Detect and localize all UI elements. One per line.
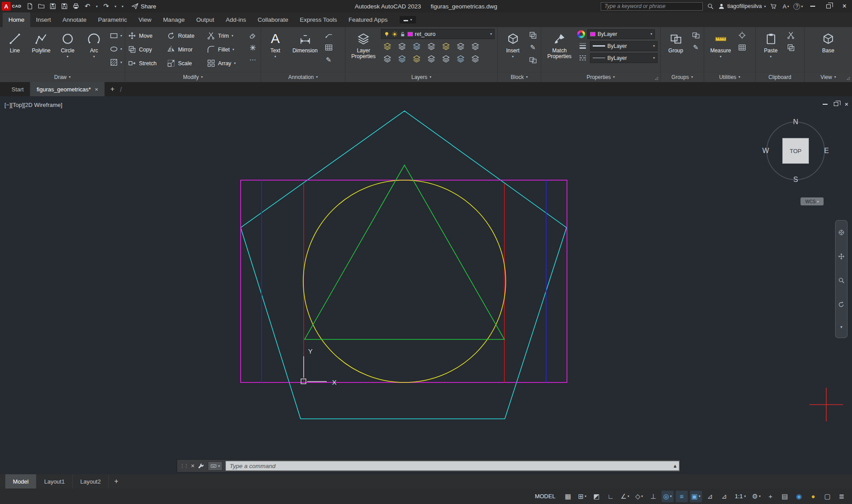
groups-panel-label[interactable]: Groups▾: [661, 72, 704, 82]
measure-button[interactable]: Measure ▾: [707, 29, 734, 71]
id-point-button[interactable]: [737, 30, 747, 40]
draw-panel-label[interactable]: Draw▾: [0, 72, 125, 82]
grid-display-icon[interactable]: ▦: [562, 491, 574, 502]
turn-all-layers-on-button[interactable]: [411, 53, 422, 64]
model-space-indicator[interactable]: MODEL: [531, 493, 560, 500]
navbar-more-icon[interactable]: ▾: [840, 325, 843, 329]
redo-dropdown-icon[interactable]: ▾: [113, 1, 118, 11]
pentagon-cyan[interactable]: [241, 111, 567, 419]
graphics-performance-icon[interactable]: ◉: [793, 491, 805, 502]
group-edit-button[interactable]: ✎: [690, 42, 701, 53]
ungroup-button[interactable]: [690, 30, 701, 40]
chevron-down-icon[interactable]: ▾: [120, 34, 122, 38]
modify-more-tools-button[interactable]: ⋯: [247, 55, 258, 65]
tab-model[interactable]: Model: [5, 474, 36, 488]
tab-overflow-icon[interactable]: /: [120, 82, 129, 96]
snap-mode-icon[interactable]: ⊞▾: [576, 491, 588, 502]
utilities-panel-label[interactable]: Utilities▾: [704, 72, 755, 82]
close-commandline-icon[interactable]: ×: [191, 462, 194, 469]
chevron-down-icon[interactable]: ▾: [120, 47, 122, 51]
clean-screen-icon[interactable]: ▢: [821, 491, 833, 502]
polyline-tool-button[interactable]: Polyline: [29, 29, 54, 71]
layer-lock-button[interactable]: [426, 41, 436, 51]
tab-featured-apps[interactable]: Featured Apps: [343, 12, 393, 27]
new-tab-button[interactable]: +: [105, 82, 120, 96]
clipboard-panel-label[interactable]: Clipboard: [756, 72, 804, 82]
layer-properties-button[interactable]: Layer Properties: [348, 29, 379, 71]
annotation-autoscale-icon[interactable]: ⊿: [718, 491, 730, 502]
undo-button[interactable]: ↶: [83, 1, 92, 11]
chevron-down-icon[interactable]: ▾: [93, 55, 95, 59]
tab-view[interactable]: View: [133, 12, 157, 27]
layer-color-swatch[interactable]: [408, 32, 413, 36]
edit-attributes-button[interactable]: ✎: [527, 42, 538, 53]
annotation-panel-label[interactable]: Annotation▾: [261, 72, 345, 82]
cut-clip-button[interactable]: [785, 30, 796, 40]
new-layout-button[interactable]: +: [109, 474, 124, 488]
autocad-logo[interactable]: A CAD: [2, 2, 21, 11]
layer-isolate-button[interactable]: [396, 41, 407, 51]
model-space-canvas[interactable]: Y X: [0, 96, 852, 474]
ribbon-display-toggle[interactable]: ▬ ▾: [400, 16, 416, 24]
compass-north[interactable]: N: [793, 118, 798, 126]
infer-constraints-icon[interactable]: ◩: [590, 491, 602, 502]
quick-properties-icon[interactable]: ▤: [779, 491, 791, 502]
layer-walk-button[interactable]: [396, 53, 407, 64]
block-editor-button[interactable]: [527, 55, 538, 65]
erase-tool-button[interactable]: [247, 30, 258, 40]
file-tab-document[interactable]: figuras_geometricas* ×: [30, 82, 105, 96]
open-file-button[interactable]: [36, 1, 46, 11]
layer-merge-button[interactable]: [455, 53, 466, 64]
current-layer-dropdown[interactable]: ret_ouro ▾: [381, 29, 495, 39]
search-icon[interactable]: [705, 1, 715, 11]
annotation-visibility-icon[interactable]: ⊿: [704, 491, 716, 502]
hatch-tool-button[interactable]: ▾: [108, 56, 122, 68]
chevron-down-icon[interactable]: ▾: [490, 32, 492, 36]
lineweight-display-icon[interactable]: ≡: [676, 491, 688, 502]
recent-commands-button[interactable]: ▾: [208, 461, 222, 471]
tab-layout2[interactable]: Layout2: [73, 474, 109, 488]
save-button[interactable]: [48, 1, 58, 11]
tab-collaborate[interactable]: Collaborate: [252, 12, 294, 27]
fillet-tool-button[interactable]: Fillet▾: [207, 45, 245, 54]
file-tab-start[interactable]: Start: [5, 82, 30, 96]
annotation-scale-button[interactable]: 1:1 ▾: [733, 493, 748, 500]
move-tool-button[interactable]: Move: [128, 32, 167, 40]
group-button[interactable]: Group: [663, 29, 688, 71]
orbit-icon[interactable]: [838, 301, 845, 308]
viewport-close-icon[interactable]: ×: [844, 100, 848, 108]
view-cube-top-face[interactable]: TOP: [782, 138, 809, 164]
chevron-down-icon[interactable]: ▾: [512, 55, 514, 59]
layer-previous-button[interactable]: [470, 41, 480, 51]
object-snap-tracking-icon[interactable]: ⊥: [647, 491, 659, 502]
compass-west[interactable]: W: [762, 147, 769, 155]
command-input[interactable]: [226, 461, 679, 471]
tab-express-tools[interactable]: Express Tools: [294, 12, 343, 27]
maximize-button[interactable]: [822, 1, 835, 12]
share-button[interactable]: Share: [131, 3, 156, 10]
chevron-down-icon[interactable]: ▾: [67, 55, 68, 59]
modify-panel-label[interactable]: Modify▾: [125, 72, 261, 82]
tab-manage[interactable]: Manage: [157, 12, 190, 27]
tab-layout1[interactable]: Layout1: [36, 474, 72, 488]
close-button[interactable]: ×: [838, 1, 851, 12]
create-block-button[interactable]: [527, 30, 538, 40]
layer-lock-icon[interactable]: [400, 31, 406, 37]
trusted-dwg-icon[interactable]: ●: [807, 491, 819, 502]
tab-insert[interactable]: Insert: [30, 12, 57, 27]
arc-tool-button[interactable]: Arc ▾: [82, 29, 107, 71]
circle-tool-button[interactable]: Circle ▾: [55, 29, 80, 71]
rotate-tool-button[interactable]: Rotate: [167, 32, 207, 40]
viewport-restore-icon[interactable]: [834, 102, 838, 106]
pan-icon[interactable]: [838, 253, 845, 260]
layer-on-icon[interactable]: [384, 31, 390, 37]
compass-east[interactable]: E: [824, 147, 829, 155]
properties-dialog-launcher-icon[interactable]: ◿: [655, 76, 658, 80]
triangle-green[interactable]: [305, 165, 504, 339]
copy-tool-button[interactable]: Copy: [128, 45, 167, 54]
stretch-tool-button[interactable]: Stretch: [128, 59, 167, 67]
block-panel-label[interactable]: Block▾: [498, 72, 541, 82]
drawing-viewport[interactable]: Y X [−][Top][2D Wireframe] × N W S E TOP…: [0, 96, 852, 474]
annotation-monitor-icon[interactable]: +: [765, 491, 777, 502]
chevron-down-icon[interactable]: ▾: [120, 60, 122, 64]
